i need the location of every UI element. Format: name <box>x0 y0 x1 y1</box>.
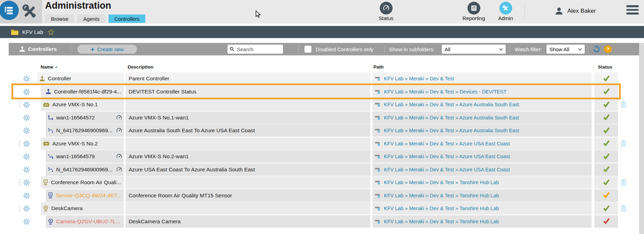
gauge-icon[interactable] <box>116 127 122 135</box>
status-cell <box>594 202 618 215</box>
row-path-link[interactable]: KFV Lab » Meraki » Dev & Test » Devices … <box>384 89 507 94</box>
column-header-description[interactable]: Description <box>128 64 153 70</box>
device-olive-icon <box>43 102 50 107</box>
row-name-link[interactable]: Azure VMX-S No.2 <box>52 141 98 147</box>
status-check-icon <box>603 152 610 161</box>
table-row: N_641762946900969... Azure Australia Sou… <box>0 124 644 137</box>
row-path-link[interactable]: KFV Lab » Meraki » Dev & Test » Tanshire… <box>384 193 499 198</box>
status-check-icon <box>603 217 610 226</box>
hamburger-menu-icon[interactable] <box>626 5 639 15</box>
device-olive-icon <box>43 141 50 146</box>
row-name-link[interactable]: DeskCamera <box>51 205 83 212</box>
gear-icon[interactable] <box>23 140 31 149</box>
gauge-icon[interactable] <box>116 115 122 122</box>
status-check-icon <box>603 100 610 109</box>
admin-tools-icon-small[interactable] <box>499 2 512 15</box>
nav-status[interactable]: Status <box>370 2 402 21</box>
nav-admin[interactable]: Admin <box>490 2 521 21</box>
row-description: Azure Australia South East To Azure USA … <box>126 124 370 137</box>
search-input[interactable] <box>236 46 279 53</box>
path-cell: KFV Lab » Meraki » Dev & Test » Azure US… <box>372 150 592 163</box>
watch-filter-select[interactable]: Show All <box>547 45 585 54</box>
gear-icon[interactable] <box>23 75 31 84</box>
gear-icon[interactable] <box>23 218 31 227</box>
table-row: Azure VMX-S No.2 KFV Lab » Meraki » Dev … <box>0 137 644 150</box>
clipboard-icon[interactable] <box>621 205 626 213</box>
status-cell <box>594 72 618 85</box>
row-name-link[interactable]: Conference Room Air Quali... <box>51 179 121 186</box>
create-new-button[interactable]: + Create new <box>77 45 137 54</box>
row-name-link[interactable]: Camera-Q2GV-UBU2-7L... <box>56 218 120 225</box>
table-row: Controller-f8581f4c-df29-4... DEV/TEST C… <box>0 86 644 98</box>
status-cell <box>594 176 618 189</box>
clipboard-icon[interactable] <box>621 101 626 109</box>
gear-icon[interactable] <box>23 88 31 97</box>
row-name-link[interactable]: Controller-f8581f4c-df29-4... <box>54 89 121 95</box>
drag-handle-icon[interactable] <box>18 205 21 214</box>
search-box[interactable] <box>227 45 283 54</box>
drag-handle-icon[interactable] <box>18 179 21 188</box>
subfolders-select[interactable]: All <box>442 45 506 54</box>
row-name-link[interactable]: wan1-16564572 <box>56 115 95 121</box>
tab-browse[interactable]: Browse <box>45 15 74 23</box>
row-name-link[interactable]: wan1-16564579 <box>56 153 95 160</box>
gear-icon[interactable] <box>23 192 31 201</box>
row-path-link[interactable]: KFV Lab » Meraki » Dev & Test » Azure US… <box>384 167 510 172</box>
gear-icon[interactable] <box>23 114 31 123</box>
status-check-icon <box>603 165 610 174</box>
row-description: Azure VMX-S No.1-wan1 <box>126 111 370 124</box>
gear-icon[interactable] <box>23 205 31 214</box>
help-icon[interactable]: ? <box>604 45 612 53</box>
column-header-path[interactable]: Path <box>373 64 384 70</box>
row-path-link[interactable]: KFV Lab » Meraki » Dev & Test » Azure US… <box>384 141 510 146</box>
disabled-controllers-checkbox[interactable] <box>304 46 311 53</box>
row-path-link[interactable]: KFV Lab » Meraki » Dev & Test » Tanshire… <box>384 219 499 224</box>
row-path-link[interactable]: KFV Lab » Meraki » Dev & Test <box>384 76 454 81</box>
refresh-icon[interactable] <box>592 45 601 55</box>
app-logo-icon[interactable] <box>0 1 19 20</box>
row-path-link[interactable]: KFV Lab » Meraki » Dev & Test » Azure Au… <box>384 115 519 120</box>
row-path-link[interactable]: KFV Lab » Meraki » Dev & Test » Tanshire… <box>384 180 499 185</box>
column-header-status[interactable]: Status <box>598 64 612 70</box>
probe-icon <box>375 141 381 146</box>
tab-agents[interactable]: Agents <box>77 15 105 23</box>
controllers-joystick-icon <box>19 43 25 55</box>
path-cell: KFV Lab » Meraki » Dev & Test » Azure Au… <box>372 111 592 124</box>
row-name-link[interactable]: Sensor-Q3CQ-4W24-4E7... <box>56 192 122 199</box>
user-menu[interactable]: Alex Baker <box>554 6 596 16</box>
favorite-star-icon[interactable] <box>47 28 55 36</box>
clipboard-icon[interactable] <box>621 179 626 187</box>
reporting-grid-icon[interactable] <box>467 2 480 15</box>
row-description <box>126 98 370 111</box>
row-description: DeskCamera Camera <box>126 215 370 228</box>
row-path-link[interactable]: KFV Lab » Meraki » Dev & Test » Azure Au… <box>384 128 519 133</box>
row-path-link[interactable]: KFV Lab » Meraki » Dev & Test » Azure Au… <box>384 102 519 107</box>
row-name-link[interactable]: N_641762946900969... <box>56 127 112 134</box>
gear-icon[interactable] <box>23 127 31 136</box>
row-name-link[interactable]: Controller <box>48 75 71 82</box>
breadcrumb[interactable]: KFV Lab <box>22 29 43 35</box>
status-gauge-icon[interactable] <box>380 2 393 15</box>
clipboard-icon[interactable] <box>621 140 626 148</box>
gauge-icon[interactable] <box>116 153 122 161</box>
gauge-icon[interactable] <box>116 166 122 174</box>
nav-reporting[interactable]: Reporting <box>458 2 489 21</box>
drag-handle-icon[interactable] <box>18 140 21 149</box>
path-cell: KFV Lab » Meraki » Dev & Test » Azure US… <box>372 137 592 150</box>
joystick-blue-icon <box>45 89 51 94</box>
row-name-link[interactable]: N_641762946900969... <box>56 166 112 173</box>
row-path-link[interactable]: KFV Lab » Meraki » Dev & Test » Azure US… <box>384 154 510 159</box>
gear-icon[interactable] <box>23 101 31 110</box>
row-path-link[interactable]: KFV Lab » Meraki » Dev & Test » Tanshire… <box>384 206 499 211</box>
column-header-name[interactable]: Name▲ <box>41 64 58 70</box>
gear-icon[interactable] <box>23 166 31 175</box>
admin-tools-icon <box>21 3 38 20</box>
gear-icon[interactable] <box>23 179 31 188</box>
drag-handle-icon[interactable] <box>18 101 21 110</box>
tab-controllers[interactable]: Controllers <box>109 15 146 23</box>
gear-icon[interactable] <box>23 153 31 162</box>
status-cell <box>594 124 618 137</box>
name-cell: Conference Room Air Quali... <box>41 176 124 189</box>
row-name-link[interactable]: Azure VMX-S No.1 <box>52 101 98 108</box>
table-row: Azure VMX-S No.1 KFV Lab » Meraki » Dev … <box>0 98 644 111</box>
